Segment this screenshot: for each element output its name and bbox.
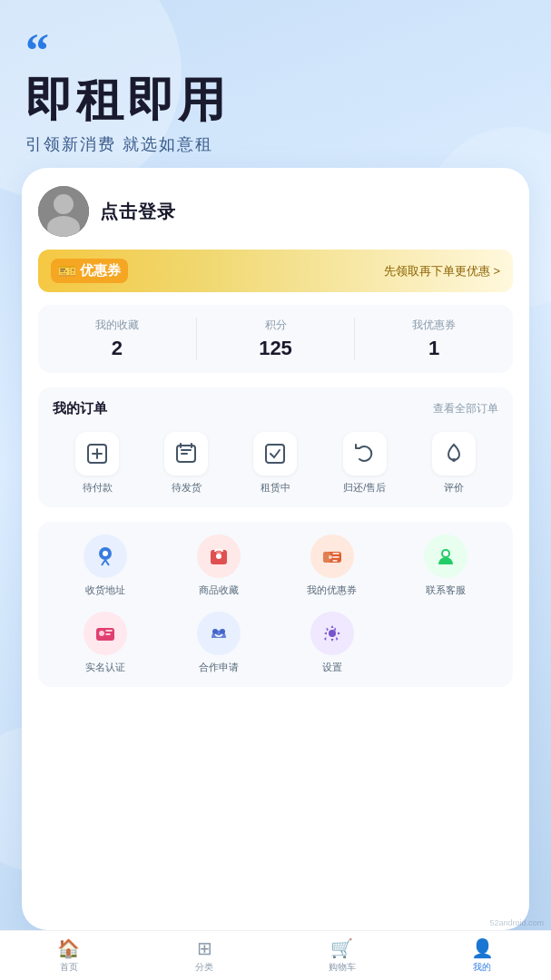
order-return-label: 归还/售后 [343,481,386,495]
coupon-icon: 🎫 [58,262,76,279]
orders-section: 我的订单 查看全部订单 待付款 [38,387,513,507]
service-identity-icon [84,612,127,655]
service-partner-label: 合作申请 [199,661,239,674]
order-pending-delivery[interactable]: 待发货 [164,432,208,495]
order-return[interactable]: 归还/售后 [343,432,387,495]
service-address-label: 收货地址 [85,583,125,597]
login-text[interactable]: 点击登录 [100,200,176,224]
svg-point-1 [54,194,74,214]
order-pending-payment-icon [75,432,119,475]
nav-home-label: 首页 [60,961,78,974]
stat-coupons[interactable]: 我优惠券 1 [354,318,513,360]
services-grid: 收货地址 商品收藏 [53,534,498,674]
stat-points[interactable]: 积分 125 [196,318,355,360]
order-review[interactable]: 评价 [432,432,476,495]
orders-title: 我的订单 [53,400,107,417]
watermark: 52android.com [489,918,544,927]
avatar-image [38,186,89,237]
stat-favorites-label: 我的收藏 [38,318,196,333]
stat-favorites[interactable]: 我的收藏 2 [38,318,196,360]
quote-mark: “ [25,27,229,74]
stat-coupons-label: 我优惠券 [355,318,513,333]
nav-category-label: 分类 [195,961,213,974]
service-my-coupons-label: 我的优惠券 [307,583,357,597]
svg-point-11 [329,555,332,559]
nav-cart[interactable]: 🛒 购物车 [329,937,356,974]
service-identity[interactable]: 实名认证 [53,612,159,674]
service-identity-label: 实名认证 [85,661,125,674]
orders-view-all[interactable]: 查看全部订单 [433,401,498,416]
coupon-label: 优惠券 [80,262,121,279]
orders-header: 我的订单 查看全部订单 [53,400,498,417]
order-pending-delivery-label: 待发货 [172,481,202,495]
service-partner-icon [197,612,241,655]
sub-title: 引领新消费 就选如意租 [25,133,229,155]
service-customer-icon [424,534,467,578]
nav-category[interactable]: ⊞ 分类 [195,937,213,974]
stats-row: 我的收藏 2 积分 125 我优惠券 1 [38,305,513,373]
stat-favorites-value: 2 [38,337,196,360]
service-collection-label: 商品收藏 [199,583,239,597]
coupon-icon-wrap: 🎫 优惠券 [51,259,128,283]
service-settings-icon [310,612,354,655]
service-collection[interactable]: 商品收藏 [166,534,272,597]
service-customer-label: 联系客服 [426,583,466,597]
service-collection-icon [197,534,241,578]
service-partner[interactable]: 合作申请 [166,612,272,674]
svg-point-18 [329,630,336,637]
svg-rect-5 [266,445,284,463]
order-renting-label: 租赁中 [261,481,290,495]
order-pending-payment[interactable]: 待付款 [75,432,119,495]
order-renting[interactable]: 租赁中 [253,432,297,495]
nav-mine-icon: 👤 [471,937,494,959]
service-customer[interactable]: 联系客服 [392,534,498,597]
order-review-label: 评价 [444,481,464,495]
service-my-coupons[interactable]: 我的优惠券 [280,534,386,597]
order-return-icon [343,432,387,475]
order-review-icon [432,432,476,475]
svg-point-17 [220,629,225,634]
svg-point-16 [212,629,218,634]
svg-rect-14 [96,628,114,641]
service-settings[interactable]: 设置 [280,612,386,674]
service-address[interactable]: 收货地址 [53,534,159,597]
main-card: 点击登录 🎫 优惠券 先领取再下单更优惠 > 我的收藏 2 积分 125 我优惠… [22,168,529,930]
order-pending-delivery-icon [164,432,208,475]
header-area: “ 即租即用 引领新消费 就选如意租 [25,27,229,155]
order-pending-payment-label: 待付款 [83,481,113,495]
stat-points-value: 125 [197,337,355,360]
svg-point-15 [99,631,104,636]
coupon-desc: 先领取再下单更优惠 > [137,263,500,279]
card-inner: 点击登录 🎫 优惠券 先领取再下单更优惠 > 我的收藏 2 积分 125 我优惠… [22,168,529,687]
service-address-icon [84,534,127,578]
service-my-coupons-icon [310,534,354,578]
svg-point-7 [103,551,108,556]
services-section: 收货地址 商品收藏 [38,522,513,687]
nav-home-icon: 🏠 [57,937,80,959]
svg-point-6 [452,458,456,462]
avatar[interactable] [38,186,89,237]
main-title: 即租即用 [25,74,229,126]
order-renting-icon [253,432,297,475]
nav-home[interactable]: 🏠 首页 [57,937,80,974]
orders-icons: 待付款 待发货 [53,432,498,495]
service-settings-label: 设置 [322,661,342,674]
service-empty [392,612,498,674]
profile-row[interactable]: 点击登录 [38,186,513,237]
nav-category-icon: ⊞ [197,937,212,959]
bottom-nav: 🏠 首页 ⊞ 分类 🛒 购物车 👤 我的 [0,930,551,980]
nav-mine[interactable]: 👤 我的 [471,937,494,974]
avatar-svg [38,186,89,237]
stat-points-label: 积分 [197,318,355,333]
svg-point-13 [443,551,448,556]
coupon-banner[interactable]: 🎫 优惠券 先领取再下单更优惠 > [38,250,513,292]
nav-cart-label: 购物车 [329,961,356,974]
stat-coupons-value: 1 [355,337,513,360]
nav-cart-icon: 🛒 [330,937,353,959]
nav-mine-label: 我的 [473,961,491,974]
